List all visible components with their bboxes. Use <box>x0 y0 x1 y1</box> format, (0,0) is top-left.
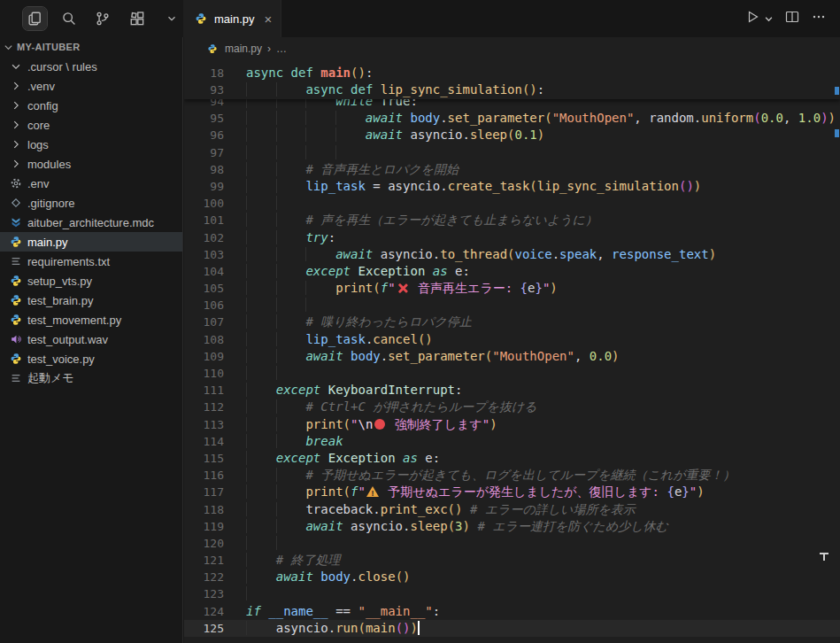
code-text: # 終了処理 <box>246 552 341 569</box>
explorer-item[interactable]: config <box>0 96 182 115</box>
code-text: # 音声再生とロパクを開始 <box>246 161 459 178</box>
explorer-item-label: .cursor \ rules <box>27 60 97 74</box>
tab-main-py[interactable]: main.py × <box>183 0 281 37</box>
sticky-scroll[interactable]: 18async def main():93 async def lip_sync… <box>184 60 840 99</box>
line-number: 96 <box>184 127 246 143</box>
code-line-101[interactable]: 101 # 声を再生（エラーが起きても止まらないように） <box>184 212 840 229</box>
explorer-item[interactable]: setup_vts.py <box>0 271 182 291</box>
explorer-item[interactable]: .venv <box>0 76 182 96</box>
code-line-111[interactable]: 111 except KeyboardInterrupt: <box>184 382 840 399</box>
code-line-113[interactable]: 113 print("\n 強制終了します") <box>184 416 840 433</box>
code-line-112[interactable]: 112 # Ctrl+C が押されたらループを抜ける <box>184 399 840 415</box>
explorer-item[interactable]: .gitignore <box>0 193 182 213</box>
explorer-item-label: .gitignore <box>27 197 74 210</box>
code-viewport[interactable]: 94 while True:95 await body.set_paramete… <box>184 60 840 643</box>
code-line-119[interactable]: 119 await asyncio.sleep(3) # エラー連打を防ぐため少… <box>184 518 840 535</box>
code-line-118[interactable]: 118 traceback.print_exc() # エラーの詳しい場所を表示 <box>184 501 840 518</box>
code-line-116[interactable]: 116 # 予期せぬエラーが起きても、ログを出してループを継続（これが重要！） <box>184 467 840 484</box>
explorer-item[interactable]: logs <box>0 135 182 154</box>
code-line-124[interactable]: 124if __name__ == "__main__": <box>184 603 840 620</box>
files-icon[interactable] <box>23 7 47 30</box>
code-line-122[interactable]: 122 await body.close() <box>184 569 840 585</box>
explorer-item[interactable]: test_brain.py <box>0 291 182 310</box>
explorer-item-label: .venv <box>27 80 55 93</box>
chevron-down-icon[interactable] <box>159 7 183 30</box>
project-header[interactable]: MY-AITUBER <box>0 37 182 57</box>
chevron-down-icon <box>4 43 13 52</box>
code-line-115[interactable]: 115 except Exception as e: <box>184 450 840 467</box>
code-text: break <box>246 433 343 450</box>
code-line-107[interactable]: 107 # 喋り終わったらロパク停止 <box>184 314 840 330</box>
code-line-103[interactable]: 103 await asyncio.to_thread(voice.speak,… <box>184 246 840 263</box>
explorer-item[interactable]: requirements.txt <box>0 252 182 271</box>
close-icon[interactable]: × <box>265 12 273 27</box>
code-text: traceback.print_exc() # エラーの詳しい場所を表示 <box>246 501 636 518</box>
line-number: 18 <box>184 65 246 81</box>
explorer-item[interactable]: aituber_architecture.mdc <box>0 213 182 232</box>
title-bar: main.py × <box>0 0 840 37</box>
explorer-item-label: requirements.txt <box>27 255 110 268</box>
code-line-123[interactable]: 123 <box>184 585 840 602</box>
code-line-93[interactable]: 93 async def lip_sync_simulation(): <box>184 81 840 98</box>
line-number: 122 <box>184 569 246 585</box>
code-line-117[interactable]: 117 print(f" 予期せぬエラーが発生しましたが、復旧します: {e}"… <box>184 484 840 500</box>
tab-bar: main.py × <box>183 0 840 37</box>
code-line-100[interactable]: 100 <box>184 195 840 212</box>
code-text: except Exception as e: <box>246 450 440 467</box>
explorer-item[interactable]: test_movement.py <box>0 310 182 329</box>
search-icon[interactable] <box>58 7 81 30</box>
breadcrumb[interactable]: main.py › … <box>184 37 840 60</box>
code-text: await asyncio.to_thread(voice.speak, res… <box>246 246 716 263</box>
breadcrumb-file[interactable]: main.py <box>225 43 262 55</box>
chevron-right-icon <box>9 157 23 171</box>
code-line-114[interactable]: 114 break <box>184 433 840 450</box>
run-icon[interactable] <box>745 10 759 27</box>
more-actions-icon[interactable] <box>812 10 826 27</box>
code-line-104[interactable]: 104 except Exception as e: <box>184 263 840 280</box>
cross-mark-emoji <box>397 283 409 294</box>
explorer-item[interactable]: .env <box>0 174 182 193</box>
warning-emoji <box>366 486 380 498</box>
code-line-99[interactable]: 99 lip_task = asyncio.create_task(lip_sy… <box>184 178 840 195</box>
code-text: await body.close() <box>246 569 411 585</box>
split-editor-icon[interactable] <box>785 10 799 27</box>
explorer-item[interactable]: modules <box>0 154 182 174</box>
explorer-item[interactable]: test_output.wav <box>0 329 182 349</box>
breadcrumb-rest[interactable]: … <box>276 43 287 55</box>
code-line-120[interactable]: 120 <box>184 535 840 552</box>
run-dropdown-chevron-icon[interactable] <box>765 11 773 27</box>
explorer-item[interactable]: .cursor \ rules <box>0 57 182 76</box>
code-line-98[interactable]: 98 # 音声再生とロパクを開始 <box>184 161 840 178</box>
explorer-item[interactable]: test_voice.py <box>0 349 182 368</box>
code-line-105[interactable]: 105 print(f" 音声再生エラー: {e}") <box>184 280 840 297</box>
code-line-97[interactable]: 97 <box>184 144 840 161</box>
line-number: 114 <box>184 433 246 450</box>
line-number: 105 <box>184 280 246 297</box>
code-text: await asyncio.sleep(0.1) <box>246 127 544 143</box>
text-cursor <box>418 621 420 635</box>
code-text: if __name__ == "__main__": <box>246 603 440 620</box>
extensions-icon[interactable] <box>126 7 150 30</box>
code-line-109[interactable]: 109 await body.set_parameter("MouthOpen"… <box>184 348 840 365</box>
explorer-item[interactable]: core <box>0 115 182 135</box>
code-line-121[interactable]: 121 # 終了処理 <box>184 552 840 569</box>
code-line-102[interactable]: 102 try: <box>184 229 840 246</box>
explorer-item-label: logs <box>27 138 49 151</box>
explorer-item[interactable]: main.py <box>0 232 182 252</box>
code-text <box>246 585 276 602</box>
line-number: 117 <box>184 484 246 500</box>
mdc-icon <box>9 215 23 229</box>
explorer-item[interactable]: 起動メモ <box>0 368 182 388</box>
line-number: 123 <box>184 585 246 602</box>
code-text: print(f" 予期せぬエラーが発生しましたが、復旧します: {e}") <box>246 484 705 500</box>
code-line-108[interactable]: 108 lip_task.cancel() <box>184 331 840 348</box>
code-line-125[interactable]: 125 asyncio.run(main()) <box>184 620 840 637</box>
code-line-106[interactable]: 106 <box>184 297 840 314</box>
code-text: asyncio.run(main()) <box>246 620 420 637</box>
code-line-110[interactable]: 110 <box>184 365 840 382</box>
code-line-96[interactable]: 96 await asyncio.sleep(0.1) <box>184 127 840 143</box>
code-line-18[interactable]: 18async def main(): <box>184 65 840 81</box>
code-line-95[interactable]: 95 await body.set_parameter("MouthOpen",… <box>184 110 840 127</box>
source-control-icon[interactable] <box>91 7 115 30</box>
project-name: MY-AITUBER <box>17 42 80 52</box>
